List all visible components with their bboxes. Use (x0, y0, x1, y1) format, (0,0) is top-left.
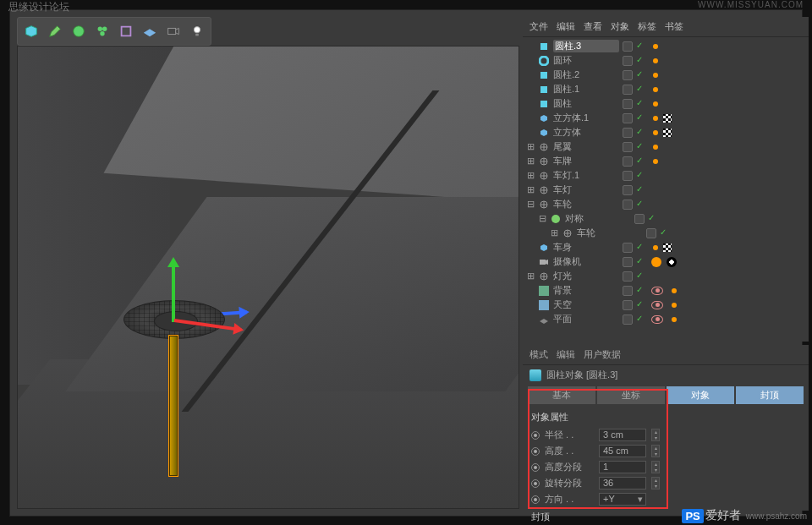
compositing-tag-icon[interactable] (651, 301, 663, 309)
obj-toggles[interactable]: ✓ (623, 271, 645, 282)
expand-icon[interactable]: ⊞ (526, 170, 535, 181)
spinner[interactable]: ▴▾ (651, 429, 660, 441)
viewport-3d[interactable]: ✥ ◱ ⟳ ⌂ (17, 46, 519, 509)
obj-toggles[interactable]: ✓ (623, 200, 645, 210)
axis-y[interactable] (172, 260, 175, 322)
expand-icon[interactable]: ⊞ (550, 227, 558, 238)
obj-row[interactable]: 摄像机✓ (526, 254, 805, 269)
phong-tag-icon[interactable] (672, 288, 677, 293)
phong-tag-icon[interactable] (653, 245, 658, 250)
obj-row[interactable]: ⊞车灯✓ (526, 183, 805, 197)
obj-toggles[interactable]: ✓ (623, 243, 645, 253)
pen-tool[interactable] (44, 20, 66, 42)
cylinder-selected[interactable] (169, 336, 178, 476)
spinner[interactable]: ▴▾ (651, 461, 660, 473)
obj-toggles[interactable]: ✓ (623, 257, 645, 267)
obj-toggles[interactable]: ✓ (623, 171, 645, 181)
obj-row[interactable]: 背景✓ (526, 283, 805, 298)
obj-toggles[interactable]: ✓ (623, 142, 645, 152)
obj-toggles[interactable]: ✓ (623, 300, 645, 310)
expand-icon[interactable]: ⊞ (526, 271, 535, 282)
obj-tab[interactable]: 编辑 (557, 20, 575, 33)
expand-icon[interactable]: ⊟ (538, 213, 546, 224)
light-tool[interactable] (186, 20, 208, 42)
expand-icon[interactable]: ⊞ (526, 141, 535, 152)
phong-tag-icon[interactable] (653, 145, 658, 150)
nurbs-tool[interactable] (68, 20, 90, 42)
obj-row[interactable]: 圆柱.1✓ (526, 82, 805, 96)
obj-row[interactable]: ⊞车灯.1✓ (526, 168, 805, 183)
obj-row[interactable]: ⊞车牌✓ (526, 154, 805, 168)
obj-row[interactable]: ⊟车轮✓ (526, 197, 805, 211)
phong-tag-icon[interactable] (672, 303, 677, 308)
prop-input[interactable]: 45 cm (599, 445, 646, 457)
texture-tag-icon[interactable] (663, 129, 672, 137)
obj-toggles[interactable]: ✓ (623, 128, 645, 138)
sub-tab[interactable]: 对象 (667, 386, 734, 404)
prop-input[interactable]: 1 (599, 461, 646, 473)
phong-tag-icon[interactable] (653, 87, 658, 92)
expand-icon[interactable]: ⊞ (526, 156, 535, 167)
array-tool[interactable] (91, 20, 113, 42)
obj-toggles[interactable]: ✓ (623, 70, 645, 80)
obj-toggles[interactable]: ✓ (623, 41, 645, 52)
deformer-tool[interactable] (115, 20, 137, 42)
obj-row[interactable]: 圆柱.2✓ (526, 68, 805, 82)
obj-row[interactable]: 平面✓ (526, 312, 805, 326)
phong-tag-icon[interactable] (653, 101, 658, 107)
obj-row[interactable]: ⊟对称✓ (526, 211, 805, 226)
cube-tool[interactable] (20, 20, 42, 42)
camera-tool[interactable] (162, 20, 184, 42)
obj-row[interactable]: ⊞灯光✓ (526, 269, 805, 283)
obj-row[interactable]: 圆柱.3✓ (526, 39, 805, 53)
phong-tag-icon[interactable] (653, 130, 658, 135)
phong-tag-icon[interactable] (653, 116, 658, 121)
phong-tag-icon[interactable] (653, 58, 658, 63)
prop-input[interactable]: 36 (599, 477, 646, 489)
selected-object-gizmo[interactable] (107, 282, 242, 484)
obj-toggles[interactable]: ✓ (634, 214, 656, 224)
obj-toggles[interactable]: ✓ (623, 85, 645, 95)
target-tag-icon[interactable] (667, 257, 677, 267)
obj-row[interactable]: 立方体.1✓ (526, 111, 805, 125)
obj-tab[interactable]: 标签 (638, 20, 656, 33)
compositing-tag-icon[interactable] (651, 287, 663, 295)
obj-tab[interactable]: 对象 (611, 20, 629, 33)
obj-tab[interactable]: 文件 (529, 20, 548, 33)
spinner[interactable]: ▴▾ (651, 477, 660, 489)
obj-toggles[interactable]: ✓ (623, 314, 645, 325)
obj-row[interactable]: 圆环✓ (526, 53, 805, 68)
cam-tag-icon[interactable] (651, 257, 661, 267)
phong-tag-icon[interactable] (672, 317, 677, 322)
obj-toggles[interactable]: ✓ (646, 228, 668, 238)
obj-tab[interactable]: 查看 (584, 20, 602, 33)
prop-dropdown[interactable]: +Y (599, 493, 646, 506)
prop-input[interactable]: 3 cm (599, 429, 646, 441)
attr-tab[interactable]: 编辑 (557, 348, 575, 361)
obj-toggles[interactable]: ✓ (623, 56, 645, 66)
obj-row[interactable]: 立方体✓ (526, 125, 805, 139)
obj-toggles[interactable]: ✓ (623, 185, 645, 195)
obj-row[interactable]: 圆柱✓ (526, 96, 805, 111)
obj-row[interactable]: ⊞尾翼✓ (526, 139, 805, 154)
texture-tag-icon[interactable] (663, 243, 672, 252)
sub-tab[interactable]: 封顶 (736, 386, 804, 404)
spinner[interactable]: ▴▾ (651, 445, 660, 457)
compositing-tag-icon[interactable] (651, 315, 663, 324)
obj-toggles[interactable]: ✓ (623, 156, 645, 167)
attr-tab[interactable]: 模式 (529, 348, 548, 361)
floor-tool[interactable] (139, 20, 161, 42)
attr-tab[interactable]: 用户数据 (584, 348, 621, 361)
obj-row[interactable]: 车身✓ (526, 240, 805, 254)
sub-tab[interactable]: 坐标 (597, 386, 665, 404)
sub-tab[interactable]: 基本 (528, 386, 595, 404)
object-list[interactable]: 圆柱.3✓圆环✓圆柱.2✓圆柱.1✓圆柱✓立方体.1✓立方体✓⊞尾翼✓⊞车牌✓⊞… (523, 37, 809, 328)
obj-toggles[interactable]: ✓ (623, 99, 645, 109)
phong-tag-icon[interactable] (653, 159, 658, 164)
obj-toggles[interactable]: ✓ (623, 286, 645, 296)
obj-toggles[interactable]: ✓ (623, 113, 645, 123)
obj-row[interactable]: 天空✓ (526, 298, 805, 312)
phong-tag-icon[interactable] (653, 44, 658, 49)
phong-tag-icon[interactable] (653, 73, 658, 78)
obj-row[interactable]: ⊞车轮✓ (526, 226, 805, 240)
